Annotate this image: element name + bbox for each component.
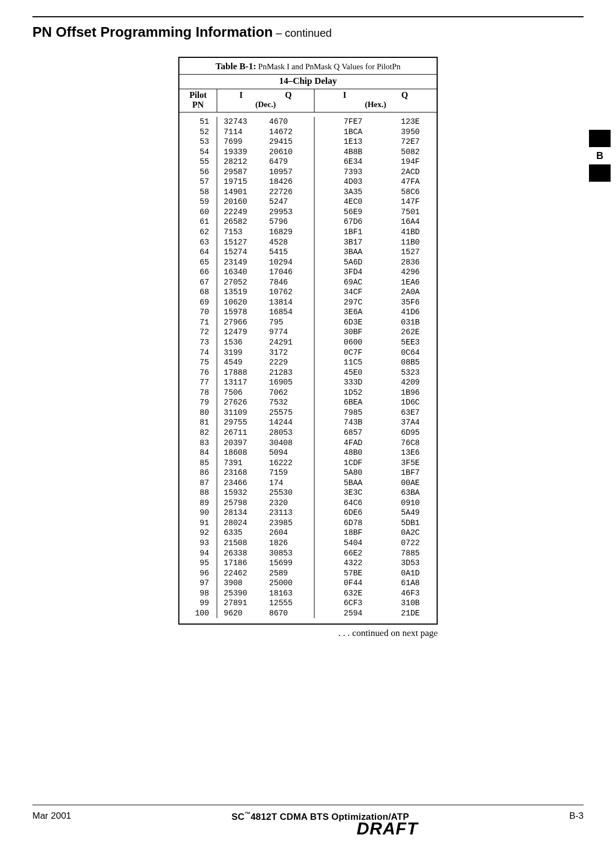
cell-q-dec: 16854	[266, 307, 314, 317]
cell-q-dec: 14672	[266, 127, 314, 137]
cell-i-dec: 20160	[217, 197, 266, 207]
table-row: 8815932255303E3C63BA	[179, 488, 437, 498]
cell-q-dec: 17046	[266, 267, 314, 277]
cell-q-hex: 08B5	[385, 357, 437, 368]
cell-i-hex: 69AC	[314, 277, 385, 288]
cell-q-dec: 16222	[266, 458, 314, 468]
cell-i-hex: 3B17	[314, 237, 385, 248]
table-row: 8925798232064C60910	[179, 498, 437, 508]
cell-q-hex: 1D6C	[385, 397, 437, 408]
table-row: 6616340170463FD44296	[179, 267, 437, 277]
cell-pn: 79	[179, 397, 217, 408]
cell-q-hex: 2ACD	[385, 167, 437, 177]
cell-i-hex: 7FE7	[314, 117, 385, 127]
cell-pn: 73	[179, 337, 217, 348]
table-row: 982539018163632E46F3	[179, 588, 437, 599]
col-header-i-dec: I	[239, 90, 243, 100]
cell-pn: 77	[179, 377, 217, 388]
cell-i-hex: 5A80	[314, 468, 385, 478]
cell-i-dec: 32743	[217, 117, 266, 127]
cell-i-dec: 12479	[217, 327, 266, 337]
table-row: 631512745283B1711B0	[179, 237, 437, 248]
cell-q-hex: 41BD	[385, 227, 437, 237]
cell-q-dec: 18163	[266, 588, 314, 599]
col-header-dec-label: (Dec.)	[218, 100, 313, 109]
cell-pn: 71	[179, 317, 217, 328]
cell-pn: 59	[179, 197, 217, 207]
cell-i-dec: 20397	[217, 438, 266, 448]
table-row: 60222492995356E97501	[179, 207, 437, 217]
cell-pn: 90	[179, 508, 217, 518]
table-row: 691062013814297C35F6	[179, 297, 437, 308]
cell-i-hex: 6CF3	[314, 598, 385, 608]
cell-i-hex: 6E34	[314, 157, 385, 167]
cell-i-dec: 15978	[217, 307, 266, 317]
cell-pn: 84	[179, 448, 217, 458]
cell-i-dec: 25390	[217, 588, 266, 599]
cell-i-hex: 3E3C	[314, 488, 385, 498]
cell-q-dec: 30853	[266, 548, 314, 559]
cell-pn: 86	[179, 468, 217, 478]
cell-q-dec: 29415	[266, 137, 314, 147]
cell-pn: 98	[179, 588, 217, 599]
col-header-dec: I Q (Dec.)	[217, 89, 314, 112]
cell-i-hex: 2594	[314, 608, 385, 619]
table-row: 9927891125556CF3310B	[179, 598, 437, 608]
cell-i-hex: 4FAD	[314, 438, 385, 448]
cell-i-dec: 4549	[217, 357, 266, 368]
cell-pn: 81	[179, 417, 217, 428]
cell-pn: 56	[179, 167, 217, 177]
page-footer: Mar 2001 SC™4812T CDMA BTS Optimization/…	[32, 805, 584, 823]
cell-pn: 64	[179, 247, 217, 257]
document-page: PN Offset Programming Information – cont…	[0, 0, 616, 842]
cell-i-dec: 27966	[217, 317, 266, 328]
footer-page-number: B-3	[570, 811, 584, 821]
footer-tm: ™	[244, 811, 250, 817]
cell-i-hex: 4D03	[314, 177, 385, 187]
cell-i-dec: 22462	[217, 568, 266, 579]
cell-i-dec: 16340	[217, 267, 266, 277]
table-row: 641527454153BAA1527	[179, 247, 437, 257]
col-header-pilot-l2: PN	[180, 100, 216, 110]
cell-i-dec: 28134	[217, 508, 266, 518]
cell-i-hex: 3BAA	[314, 247, 385, 257]
cell-i-hex: 30BF	[314, 327, 385, 337]
cell-i-dec: 15274	[217, 247, 266, 257]
cell-i-dec: 23149	[217, 257, 266, 268]
col-header-q-dec: Q	[285, 90, 291, 100]
cell-i-dec: 26338	[217, 548, 266, 559]
footer-date: Mar 2001	[32, 811, 71, 821]
table-row: 76178882128345E05323	[179, 368, 437, 378]
cell-i-dec: 17186	[217, 558, 266, 568]
cell-q-hex: 0A2C	[385, 528, 437, 538]
cell-i-dec: 10620	[217, 297, 266, 308]
cell-i-hex: 11C5	[314, 357, 385, 368]
cell-i-hex: 4EC0	[314, 197, 385, 207]
cell-q-hex: 47FA	[385, 177, 437, 187]
cell-q-hex: 63E7	[385, 408, 437, 418]
cell-q-dec: 7062	[266, 388, 314, 398]
cell-q-dec: 7159	[266, 468, 314, 478]
cell-q-dec: 5247	[266, 197, 314, 207]
cell-i-hex: 6D78	[314, 518, 385, 528]
cell-q-dec: 10957	[266, 167, 314, 177]
cell-i-dec: 7699	[217, 137, 266, 147]
cell-i-hex: 34CF	[314, 287, 385, 297]
cell-i-dec: 31109	[217, 408, 266, 418]
cell-q-hex: 0C64	[385, 348, 437, 358]
cell-q-hex: 194F	[385, 157, 437, 167]
cell-q-hex: 0A1D	[385, 568, 437, 579]
cell-q-hex: 123E	[385, 117, 437, 127]
cell-pn: 88	[179, 488, 217, 498]
table-row: 592016052474EC0147F	[179, 197, 437, 207]
cell-q-dec: 1826	[266, 538, 314, 548]
cell-q-hex: 72E7	[385, 137, 437, 147]
side-tab-block-top	[589, 130, 611, 147]
cell-i-dec: 7506	[217, 388, 266, 398]
cell-q-dec: 9774	[266, 327, 314, 337]
cell-i-dec: 19715	[217, 177, 266, 187]
cell-i-dec: 3199	[217, 348, 266, 358]
cell-q-dec: 4670	[266, 117, 314, 127]
cell-pn: 93	[179, 538, 217, 548]
cell-q-hex: 310B	[385, 598, 437, 608]
